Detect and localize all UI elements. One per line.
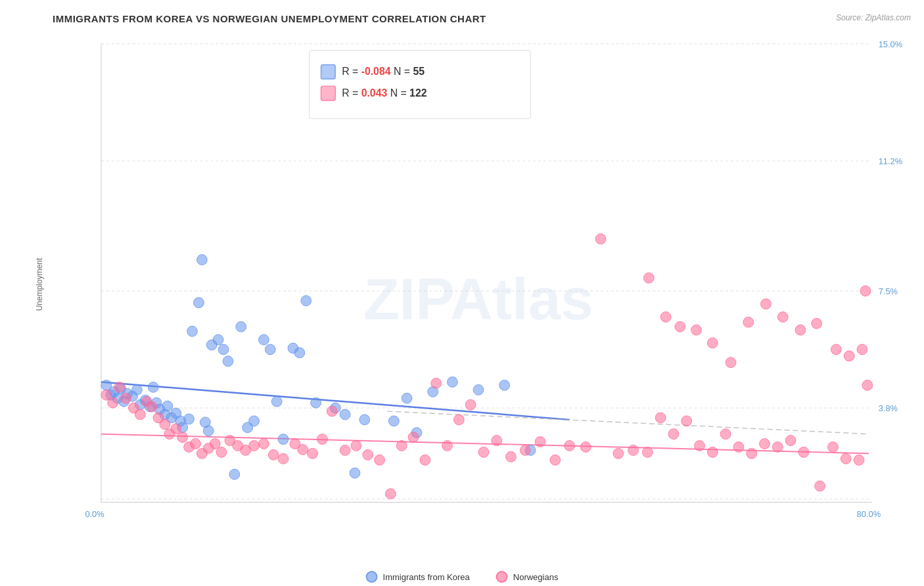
- svg-point-122: [691, 325, 702, 335]
- svg-point-142: [681, 416, 692, 426]
- legend-norwegian-r: R = 0.043 N = 122: [342, 87, 427, 99]
- chart-container: IMMIGRANTS FROM KOREA VS NORWEGIAN UNEMP…: [0, 0, 924, 586]
- svg-point-108: [478, 447, 489, 457]
- svg-point-139: [642, 447, 653, 457]
- svg-rect-8: [321, 64, 335, 79]
- svg-point-121: [675, 321, 685, 332]
- legend-label-norwegian: Norwegians: [513, 572, 559, 582]
- svg-point-90: [278, 453, 289, 464]
- svg-point-140: [655, 413, 666, 423]
- svg-point-109: [492, 436, 502, 446]
- svg-point-74: [160, 419, 170, 430]
- legend-item-korea: Immigrants from Korea: [366, 571, 470, 583]
- svg-point-96: [340, 445, 350, 455]
- svg-point-44: [249, 416, 260, 426]
- svg-point-61: [447, 377, 457, 388]
- svg-point-55: [350, 468, 360, 478]
- scatter-plot: .grid-line { stroke: #e0e0e0; stroke-wid…: [46, 31, 911, 538]
- svg-point-143: [695, 441, 705, 451]
- svg-point-83: [216, 447, 227, 457]
- svg-point-125: [743, 317, 754, 327]
- svg-point-115: [580, 442, 591, 453]
- svg-point-32: [187, 326, 198, 336]
- svg-point-144: [707, 447, 718, 457]
- svg-point-111: [520, 445, 530, 455]
- svg-point-47: [271, 396, 282, 407]
- y-tick-3: 3.8%: [879, 403, 898, 413]
- chart-area: Unemployment .grid-line { stroke: #e0e0e…: [46, 31, 911, 538]
- x-tick-80: 80.0%: [857, 509, 881, 519]
- svg-point-52: [311, 397, 321, 408]
- svg-point-56: [359, 415, 370, 425]
- svg-point-151: [798, 447, 809, 457]
- svg-point-130: [827, 442, 838, 453]
- svg-point-50: [294, 348, 305, 358]
- svg-point-112: [535, 437, 545, 447]
- svg-point-138: [860, 286, 871, 296]
- svg-point-77: [177, 432, 188, 443]
- svg-point-66: [108, 397, 118, 408]
- svg-point-34: [196, 254, 207, 265]
- svg-point-48: [278, 434, 289, 445]
- svg-point-150: [785, 436, 796, 446]
- svg-point-89: [268, 449, 279, 460]
- svg-point-132: [854, 455, 864, 465]
- svg-point-133: [815, 481, 825, 491]
- svg-point-41: [229, 469, 240, 480]
- svg-point-99: [375, 455, 385, 465]
- svg-point-79: [191, 439, 201, 449]
- svg-point-141: [668, 429, 679, 440]
- svg-point-45: [258, 334, 269, 345]
- svg-point-118: [628, 445, 639, 455]
- legend-dot-norwegian: [496, 571, 508, 583]
- legend-label-korea: Immigrants from Korea: [383, 572, 470, 582]
- svg-point-119: [643, 273, 654, 283]
- svg-point-22: [148, 382, 158, 392]
- svg-point-135: [844, 351, 854, 361]
- svg-point-98: [363, 449, 373, 460]
- chart-title: IMMIGRANTS FROM KOREA VS NORWEGIAN UNEMP…: [46, 13, 911, 24]
- svg-point-117: [613, 448, 624, 459]
- svg-point-26: [162, 401, 173, 411]
- svg-point-106: [453, 415, 464, 425]
- svg-point-46: [265, 344, 275, 355]
- svg-point-39: [218, 344, 229, 355]
- svg-point-103: [420, 455, 430, 465]
- svg-point-51: [301, 296, 312, 306]
- svg-point-110: [506, 451, 517, 462]
- svg-point-18: [131, 384, 142, 395]
- svg-point-58: [402, 393, 412, 403]
- svg-point-63: [499, 380, 510, 390]
- svg-point-100: [385, 489, 396, 499]
- svg-point-40: [223, 356, 233, 367]
- svg-point-114: [565, 441, 575, 451]
- svg-point-94: [317, 434, 328, 445]
- chart-legend: Immigrants from Korea Norwegians: [366, 571, 559, 583]
- svg-point-147: [747, 448, 757, 459]
- svg-point-33: [193, 298, 204, 308]
- svg-point-123: [707, 338, 718, 348]
- svg-point-38: [213, 334, 223, 345]
- svg-point-62: [473, 384, 484, 395]
- svg-point-88: [258, 439, 269, 449]
- svg-point-145: [720, 429, 731, 440]
- svg-point-134: [831, 344, 841, 355]
- svg-point-137: [862, 380, 873, 390]
- svg-point-93: [308, 448, 318, 459]
- source-label: Source: ZipAtlas.com: [836, 13, 911, 22]
- svg-point-57: [388, 416, 399, 426]
- svg-point-113: [550, 455, 561, 465]
- svg-point-82: [210, 439, 220, 449]
- svg-rect-7: [310, 51, 531, 119]
- svg-point-148: [760, 439, 770, 449]
- svg-point-149: [772, 442, 783, 453]
- svg-point-36: [203, 426, 214, 436]
- y-axis-label: Unemployment: [35, 258, 44, 311]
- legend-item-norwegian: Norwegians: [496, 571, 559, 583]
- svg-point-97: [351, 441, 361, 451]
- svg-point-128: [795, 325, 806, 335]
- svg-point-146: [733, 442, 744, 453]
- svg-point-54: [340, 409, 350, 420]
- svg-point-72: [147, 401, 157, 412]
- svg-point-68: [121, 393, 131, 403]
